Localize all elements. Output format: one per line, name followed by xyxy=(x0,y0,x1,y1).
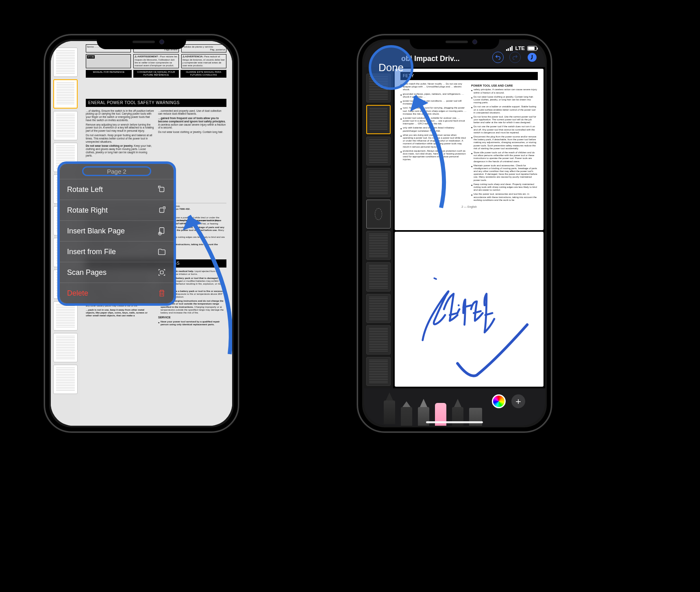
markup-toolbar: 61 ＋ xyxy=(364,388,545,426)
doc-body-text: must match the outlet. Never modify … Do… xyxy=(400,83,538,203)
battery-icon xyxy=(527,46,537,51)
page-thumbnail-sidebar[interactable] xyxy=(364,67,393,388)
tool-pen[interactable]: 61 xyxy=(384,392,395,424)
svg-rect-4 xyxy=(160,271,163,274)
side-button xyxy=(238,153,239,194)
page-thumbnail[interactable] xyxy=(366,262,391,291)
document-page[interactable]: FETY must match the outlet. Never modify… xyxy=(395,69,543,230)
undo-button[interactable] xyxy=(492,52,504,63)
doc-page-footer: 2 — English xyxy=(400,205,538,209)
menu-item-delete[interactable]: Delete xyxy=(60,283,174,303)
device-notch xyxy=(97,35,186,49)
phone-mockup-right: LTE obi Impact Driv... xyxy=(357,34,552,433)
menu-item-rotate-left[interactable]: Rotate Left xyxy=(60,179,174,200)
signal-bars-icon xyxy=(506,46,513,51)
rotate-left-icon xyxy=(157,185,166,194)
scan-icon xyxy=(157,268,166,277)
insert-page-icon xyxy=(157,226,166,235)
status-bar: LTE xyxy=(506,45,537,51)
menu-title: Page 2 xyxy=(60,164,174,179)
doc-warning-box: ⚠ ADVERTENCIA: Para reducir el riesgo de… xyxy=(181,54,226,68)
page-thumbnail[interactable] xyxy=(366,294,391,323)
svg-rect-1 xyxy=(160,208,164,213)
side-button xyxy=(44,121,45,138)
trash-icon xyxy=(157,289,166,298)
folder-icon xyxy=(157,247,166,256)
document-page-blank[interactable] xyxy=(395,232,543,387)
phone-mockup-left: Service ............ Back page Commande … xyxy=(44,34,239,433)
side-button xyxy=(357,121,358,138)
doc-warning-box: ⚠ AVERTISSEMENT : Pour réduire les risqu… xyxy=(133,54,178,68)
doc-brand-tile: RYOBI xyxy=(86,54,131,68)
markup-button[interactable] xyxy=(526,52,538,63)
page-thumbnail[interactable] xyxy=(366,231,391,260)
side-button xyxy=(44,145,45,174)
page-thumbnail[interactable] xyxy=(366,325,391,354)
page-thumbnail[interactable] xyxy=(53,48,78,77)
page-thumbnail[interactable] xyxy=(366,357,391,386)
document-title: obi Impact Driv... xyxy=(401,54,487,63)
side-button xyxy=(357,145,358,174)
menu-item-insert-from-file[interactable]: Insert from File xyxy=(60,242,174,262)
handwriting-annotation xyxy=(395,232,543,387)
menu-item-scan-pages[interactable]: Scan Pages xyxy=(60,262,174,283)
doc-text: GUARDE ESTE MANUAL PARA FUTURAS CONSULTA… xyxy=(180,70,226,77)
color-picker-button[interactable] xyxy=(492,394,506,408)
doc-section-heading: FETY xyxy=(400,72,538,80)
home-indicator[interactable] xyxy=(426,421,483,423)
svg-rect-0 xyxy=(160,187,164,192)
side-button xyxy=(44,182,45,211)
document-view: FETY must match the outlet. Never modify… xyxy=(364,67,545,388)
side-button xyxy=(357,182,358,211)
doc-text: CONSERVER CE MANUEL POUR FUTURE RÉFÉRENC… xyxy=(133,70,179,77)
page-context-menu: Page 2 Rotate Left Rotate Right Insert B… xyxy=(60,164,174,303)
svg-rect-2 xyxy=(160,228,164,234)
rotate-right-icon xyxy=(157,206,166,215)
tool-marker[interactable] xyxy=(401,399,412,426)
doc-text: Pedidos de piezas y servicio Pág. poster… xyxy=(181,44,226,52)
screen-right: LTE obi Impact Driv... xyxy=(364,41,545,426)
page-thumbnail[interactable] xyxy=(366,168,391,197)
side-button xyxy=(551,153,552,194)
page-thumbnail-selected[interactable] xyxy=(366,105,391,134)
redo-button[interactable] xyxy=(509,52,521,63)
menu-item-insert-blank[interactable]: Insert Blank Page xyxy=(60,221,174,242)
page-thumbnail[interactable] xyxy=(53,333,78,362)
network-label: LTE xyxy=(515,45,525,51)
device-notch xyxy=(410,35,499,49)
page-thumbnail[interactable] xyxy=(53,365,78,394)
page-thumbnail-selected[interactable] xyxy=(53,79,78,109)
screen-left: Service ............ Back page Commande … xyxy=(51,41,232,426)
menu-item-rotate-right[interactable]: Rotate Right xyxy=(60,200,174,221)
page-thumbnail[interactable] xyxy=(53,301,78,331)
doc-section-heading: ENERAL POWER TOOL SAFETY WARNINGS xyxy=(86,99,226,107)
page-thumbnail[interactable] xyxy=(53,111,78,140)
page-thumbnail[interactable] xyxy=(366,200,391,229)
doc-text: MANUAL FOR REFERENCE xyxy=(86,70,132,77)
add-annotation-button[interactable]: ＋ xyxy=(511,394,525,408)
page-thumbnail[interactable] xyxy=(366,137,391,165)
done-button[interactable]: Done xyxy=(369,45,413,90)
